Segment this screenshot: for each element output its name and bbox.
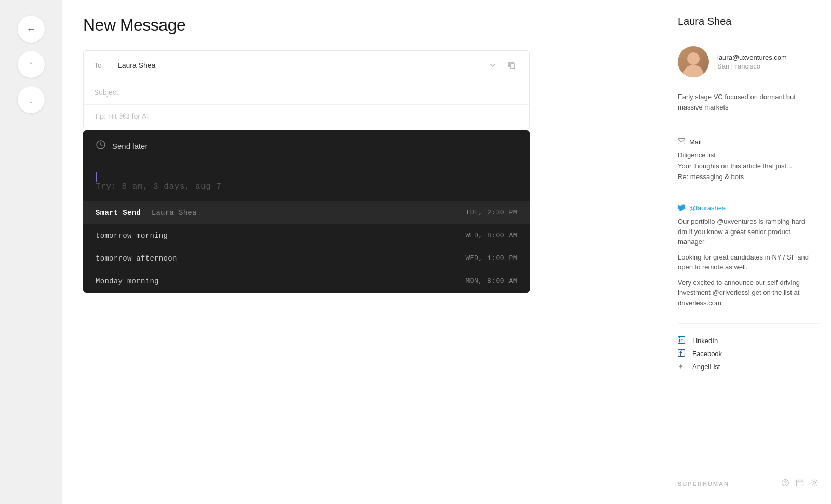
- mail-icon: [678, 138, 685, 146]
- text-cursor: [96, 172, 97, 182]
- tweet-1: Our portfolio @uxventures is ramping har…: [678, 216, 819, 247]
- mail-item-2[interactable]: Your thoughts on this article that just.…: [678, 161, 819, 172]
- footer-icons: [781, 479, 819, 488]
- brand-logo: SUPERHUMAN: [678, 481, 729, 487]
- calendar-button[interactable]: [796, 479, 804, 488]
- avatar-image: [678, 46, 709, 77]
- expand-icon[interactable]: [486, 58, 500, 73]
- compose-subject-row: Subject: [84, 80, 529, 105]
- main-content: New Message To Laura Shea S: [62, 0, 665, 504]
- contact-email: laura@uxventures.com: [717, 53, 787, 61]
- to-label: To: [94, 61, 110, 70]
- linkedin-text: LinkedIn: [692, 337, 718, 345]
- divider-1: [678, 127, 819, 127]
- send-later-dropdown: Send later Smart Send Laura Shea TUE, 2:…: [83, 130, 530, 293]
- tomorrow-afternoon-label: tomorrow afternoon: [96, 254, 177, 263]
- subject-label: Subject: [94, 88, 118, 97]
- tomorrow-afternoon-option[interactable]: tomorrow afternoon WED, 1:00 PM: [83, 247, 530, 270]
- compose-area: To Laura Shea Subject Tip: Hi: [83, 50, 530, 128]
- duplicate-icon: [507, 61, 516, 70]
- tip-text: Tip: Hit ⌘J for AI: [94, 112, 149, 120]
- monday-morning-time: MON, 8:00 AM: [465, 277, 517, 285]
- tomorrow-morning-option[interactable]: tomorrow morning WED, 8:00 AM: [83, 224, 530, 247]
- settings-button[interactable]: [810, 479, 819, 488]
- send-later-input[interactable]: [96, 182, 517, 192]
- compose-to-icons: [486, 58, 519, 73]
- angellist-text: AngelList: [692, 363, 720, 371]
- smart-send-time: TUE, 2:30 PM: [465, 209, 517, 216]
- contact-name-title: Laura Shea: [678, 16, 819, 28]
- facebook-text: Facebook: [692, 350, 722, 358]
- back-icon: ←: [26, 24, 36, 35]
- help-button[interactable]: [781, 479, 789, 488]
- twitter-handle-row: @laurashea: [678, 203, 819, 212]
- divider-3: [678, 323, 819, 324]
- clock-icon: [96, 140, 106, 153]
- angellist-link[interactable]: ✦ AngelList: [678, 360, 819, 373]
- svg-rect-9: [797, 480, 803, 486]
- mail-item-3[interactable]: Re: messaging & bots: [678, 172, 819, 183]
- down-icon: ↓: [29, 94, 33, 105]
- mail-section-title: Mail: [689, 138, 702, 146]
- linkedin-icon: [678, 336, 688, 345]
- calendar-icon: [796, 479, 804, 487]
- svg-rect-0: [510, 64, 515, 69]
- tomorrow-afternoon-time: WED, 1:00 PM: [465, 254, 517, 262]
- tomorrow-morning-time: WED, 8:00 AM: [465, 231, 517, 239]
- copy-icon[interactable]: [504, 58, 519, 73]
- contact-location: San Francisco: [717, 62, 787, 70]
- help-icon: [781, 479, 789, 487]
- svg-point-5: [679, 337, 680, 338]
- svg-rect-2: [678, 139, 685, 144]
- avatar: [678, 46, 709, 77]
- tweet-2: Looking for great candidates in NY / SF …: [678, 252, 819, 273]
- tweet-3: Very excited to announce our self-drivin…: [678, 278, 819, 308]
- contact-profile: laura@uxventures.com San Francisco: [678, 46, 819, 77]
- mail-section: Mail Diligence list Your thoughts on thi…: [678, 138, 819, 182]
- to-recipient: Laura Shea: [118, 61, 486, 70]
- compose-to-row: To Laura Shea: [84, 51, 529, 80]
- send-later-input-row[interactable]: [83, 162, 530, 201]
- mail-item-1[interactable]: Diligence list: [678, 150, 819, 161]
- compose-tip-row: Tip: Hit ⌘J for AI: [84, 105, 529, 128]
- angellist-icon: ✦: [678, 362, 688, 371]
- contact-info-details: laura@uxventures.com San Francisco: [717, 53, 787, 70]
- down-button[interactable]: ↓: [18, 86, 45, 113]
- twitter-icon: [678, 203, 685, 212]
- svg-point-10: [813, 482, 816, 484]
- smart-send-label: Smart Send Laura Shea: [96, 209, 197, 217]
- svg-point-8: [785, 484, 785, 485]
- send-later-title: Send later: [112, 142, 148, 151]
- svg-rect-4: [679, 339, 680, 343]
- send-later-options: Smart Send Laura Shea TUE, 2:30 PM tomor…: [83, 201, 530, 293]
- up-icon: ↑: [29, 59, 33, 70]
- monday-morning-option[interactable]: Monday morning MON, 8:00 AM: [83, 270, 530, 293]
- right-panel: Laura Shea laura@uxventures.com San Fran…: [665, 0, 831, 504]
- smart-send-sublabel: Laura Shea: [152, 209, 197, 217]
- right-panel-footer: SUPERHUMAN: [678, 468, 819, 488]
- page-title: New Message: [83, 16, 644, 35]
- back-button[interactable]: ←: [18, 16, 45, 43]
- mail-section-header: Mail: [678, 138, 819, 146]
- twitter-section: @laurashea Our portfolio @uxventures is …: [678, 203, 819, 313]
- monday-morning-label: Monday morning: [96, 277, 159, 285]
- social-links-section: LinkedIn Facebook ✦ AngelList: [678, 334, 819, 373]
- smart-send-bold: Smart Send: [96, 209, 141, 217]
- linkedin-link[interactable]: LinkedIn: [678, 334, 819, 347]
- twitter-handle-text[interactable]: @laurashea: [689, 204, 726, 212]
- left-sidebar: ← ↑ ↓: [0, 0, 62, 504]
- tomorrow-morning-label: tomorrow morning: [96, 231, 168, 240]
- chevron-down-icon: [489, 61, 497, 70]
- contact-bio: Early stage VC focused on dormant but ma…: [678, 92, 819, 112]
- smart-send-option[interactable]: Smart Send Laura Shea TUE, 2:30 PM: [83, 201, 530, 224]
- facebook-icon: [678, 349, 688, 358]
- divider-2: [678, 193, 819, 193]
- facebook-link[interactable]: Facebook: [678, 347, 819, 360]
- send-later-header: Send later: [83, 130, 530, 162]
- settings-icon: [810, 479, 819, 487]
- up-button[interactable]: ↑: [18, 51, 45, 78]
